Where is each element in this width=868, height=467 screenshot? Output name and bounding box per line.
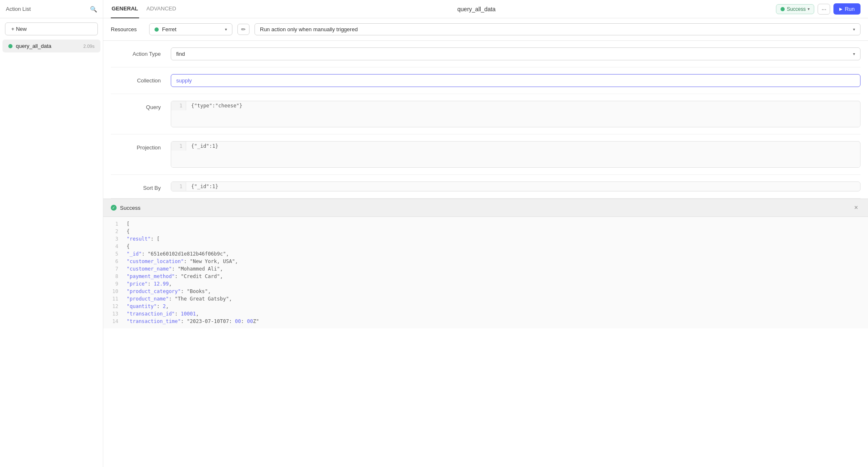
success-badge[interactable]: Success ▾	[776, 4, 814, 14]
projection-line-1: 1 {"_id":1}	[171, 142, 860, 151]
new-action-button[interactable]: + New	[5, 22, 98, 35]
search-icon[interactable]: 🔍	[90, 6, 97, 12]
collection-control	[171, 74, 861, 87]
sort-by-label: Sort By	[111, 181, 161, 191]
query-spacer	[171, 110, 860, 127]
result-body: 1[2 {3 "result": [4 {5 "_id": "651e60102…	[103, 217, 868, 328]
result-line: 8 "payment_method": "Credit Card",	[103, 273, 868, 280]
action-type-row: Action Type find ▾	[111, 41, 861, 67]
sort-by-editor[interactable]: 1 {"_id":1}	[171, 181, 861, 191]
main-panel: GENERAL ADVANCED query_all_data Success …	[103, 0, 868, 467]
sidebar-item-name: query_all_data	[16, 43, 80, 49]
run-label: Run	[845, 6, 855, 12]
result-line: 4 {	[103, 243, 868, 250]
resource-chevron-icon: ▾	[225, 27, 227, 32]
action-type-select[interactable]: find ▾	[171, 47, 861, 60]
sort-by-line-1: 1 {"_id":1}	[171, 182, 860, 191]
projection-label: Projection	[111, 141, 161, 151]
projection-spacer	[171, 151, 860, 167]
sort-by-row: Sort By 1 {"_id":1}	[111, 175, 861, 199]
form-area: Action Type find ▾ Collection	[103, 41, 868, 199]
resource-select[interactable]: Ferret ▾	[149, 23, 232, 35]
result-line: 2 {	[103, 228, 868, 235]
tab-general[interactable]: GENERAL	[111, 0, 139, 18]
result-line: 10 "product_category": "Books",	[103, 288, 868, 295]
result-line: 6 "customer_location": "New York, USA",	[103, 258, 868, 265]
edit-resource-button[interactable]: ✏	[237, 24, 249, 35]
action-type-value: find	[176, 51, 853, 57]
trigger-chevron-icon: ▾	[853, 27, 855, 32]
resource-dot	[155, 27, 159, 32]
success-dot	[781, 7, 785, 11]
sidebar-items: query_all_data 2.09s	[0, 40, 103, 467]
result-line: 9 "price": 12.99,	[103, 280, 868, 288]
projection-code-1: {"_id":1}	[186, 142, 223, 151]
result-line: 11 "product_name": "The Great Gatsby",	[103, 295, 868, 303]
query-editor[interactable]: 1 {"type":"cheese"}	[171, 101, 861, 127]
result-title: Success	[120, 205, 848, 211]
result-header: ✓ Success ×	[103, 199, 868, 217]
projection-editor[interactable]: 1 {"_id":1}	[171, 141, 861, 168]
result-line: 12 "quantity": 2,	[103, 303, 868, 310]
content-area: Resources Ferret ▾ ✏ Run action only whe…	[103, 18, 868, 467]
topbar: GENERAL ADVANCED query_all_data Success …	[103, 0, 868, 18]
tab-advanced[interactable]: ADVANCED	[146, 0, 177, 18]
collection-row: Collection	[111, 67, 861, 94]
projection-row: Projection 1 {"_id":1}	[111, 134, 861, 175]
play-icon: ▶	[839, 7, 843, 11]
collection-label: Collection	[111, 74, 161, 84]
result-panel: ✓ Success × 1[2 {3 "result": [4 {5 "_id"…	[103, 199, 868, 328]
check-icon: ✓	[112, 206, 115, 210]
result-line: 13 "transaction_id": 10001,	[103, 310, 868, 318]
topbar-actions: Success ▾ ··· ▶ Run	[776, 3, 861, 15]
result-line: 1[	[103, 220, 868, 228]
action-type-chevron-icon: ▾	[853, 52, 855, 56]
result-success-dot: ✓	[111, 205, 117, 211]
success-label: Success	[787, 6, 806, 12]
resources-label: Resources	[111, 26, 144, 32]
query-row: Query 1 {"type":"cheese"}	[111, 94, 861, 134]
sidebar: Action List 🔍 + New query_all_data 2.09s	[0, 0, 103, 467]
action-name: query_all_data	[184, 6, 769, 12]
run-button[interactable]: ▶ Run	[833, 3, 861, 15]
result-line: 5 "_id": "651e60102d1e812b46f06b9c",	[103, 250, 868, 258]
chevron-down-icon: ▾	[808, 7, 810, 11]
action-type-label: Action Type	[111, 47, 161, 57]
sort-by-code-1: {"_id":1}	[186, 182, 223, 191]
resources-bar: Resources Ferret ▾ ✏ Run action only whe…	[103, 18, 868, 41]
more-options-button[interactable]: ···	[818, 4, 830, 15]
sidebar-item-time: 2.09s	[83, 44, 95, 49]
query-code-1: {"type":"cheese"}	[186, 101, 247, 110]
query-control: 1 {"type":"cheese"}	[171, 101, 861, 127]
sidebar-item-query-all-data[interactable]: query_all_data 2.09s	[2, 40, 100, 52]
action-type-control: find ▾	[171, 47, 861, 60]
collection-input[interactable]	[171, 74, 861, 87]
sidebar-title: Action List	[6, 6, 31, 12]
resource-name: Ferret	[162, 26, 222, 32]
projection-control: 1 {"_id":1}	[171, 141, 861, 168]
status-dot	[8, 44, 12, 48]
sidebar-header: Action List 🔍	[0, 0, 103, 18]
result-line: 3 "result": [	[103, 235, 868, 243]
trigger-label: Run action only when manually triggered	[260, 26, 358, 32]
close-result-button[interactable]: ×	[852, 203, 861, 212]
result-line: 7 "customer_name": "Mohammed Ali",	[103, 265, 868, 273]
query-line-1: 1 {"type":"cheese"}	[171, 101, 860, 110]
sort-by-control: 1 {"_id":1}	[171, 181, 861, 191]
trigger-select[interactable]: Run action only when manually triggered …	[254, 23, 861, 35]
query-label: Query	[111, 101, 161, 110]
result-line: 14 "transaction_time": "2023-07-10T07: 0…	[103, 318, 868, 325]
